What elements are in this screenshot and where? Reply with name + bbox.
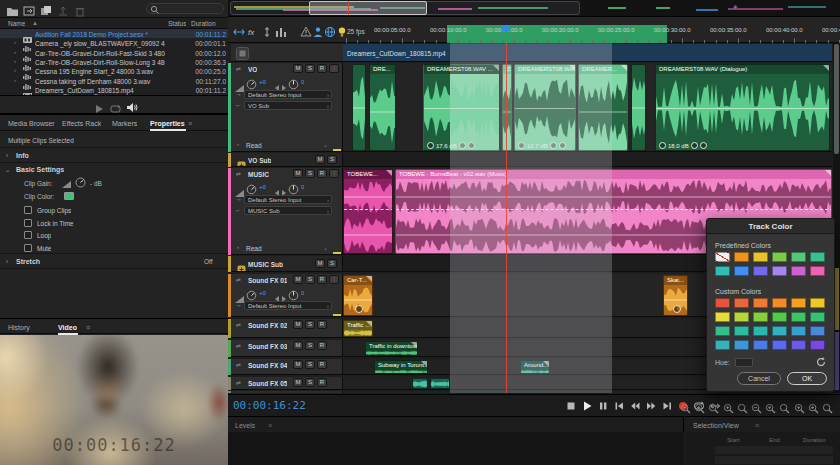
fade-handle-icon[interactable] — [366, 276, 372, 282]
track-r-button[interactable]: R — [317, 378, 327, 387]
track-header-vo-sub[interactable]: VO SubMS — [231, 153, 343, 167]
move-tool-icon[interactable] — [233, 24, 245, 36]
track-s-button[interactable]: S — [305, 64, 315, 73]
open-file-icon[interactable] — [6, 3, 19, 15]
track-m-button[interactable]: M — [293, 341, 303, 350]
audio-clip[interactable] — [631, 64, 646, 151]
zoom-in-amplitude-button[interactable] — [765, 400, 776, 411]
tab-effects-rack[interactable]: Effects Rack — [62, 119, 101, 128]
globe-icon[interactable] — [324, 24, 336, 36]
automation-expander-icon[interactable]: › — [237, 141, 239, 147]
track-m-button[interactable]: M — [315, 155, 325, 164]
color-swatch[interactable] — [772, 340, 787, 350]
audio-clip[interactable]: Subway in Toront... — [374, 360, 428, 374]
color-swatch[interactable] — [772, 298, 787, 308]
reset-icon[interactable] — [815, 356, 827, 368]
zoom-out-time-button[interactable] — [708, 400, 719, 411]
color-swatch[interactable] — [791, 298, 806, 308]
file-row[interactable]: ›Camera _ely slow_BLASTWAVEFX_09092 4800… — [0, 38, 228, 47]
track-r-button[interactable]: R — [317, 169, 327, 178]
audio-clip[interactable]: TOBEWE... — [343, 169, 393, 254]
track-r-button[interactable]: R — [317, 320, 327, 329]
color-swatch[interactable] — [734, 326, 749, 336]
file-row[interactable]: ›Car-Tire-OB-Gravel-Dirt-Roll-Slow-Long … — [0, 57, 228, 66]
column-status[interactable]: Status — [168, 19, 186, 28]
track-r-button[interactable]: R — [317, 275, 327, 284]
panel-menu-icon[interactable]: ≡ — [188, 119, 192, 128]
track-s-button[interactable]: S — [305, 169, 315, 178]
track-m-button[interactable]: M — [293, 378, 303, 387]
audio-clip[interactable] — [352, 64, 366, 151]
checkbox-lock-in-time[interactable] — [24, 219, 32, 227]
razor-tool-icon[interactable] — [261, 24, 273, 36]
fast-forward-button[interactable] — [644, 399, 658, 413]
input-routing-select[interactable]: Default Stereo Input› — [244, 90, 332, 99]
file-row[interactable]: ›Cessna 195 Engine Start_2 48000 3.wav00… — [0, 66, 228, 75]
volume-knob-icon[interactable] — [659, 142, 666, 149]
share-icon[interactable] — [57, 3, 70, 15]
transport-timecode[interactable]: 00:00:16:22 — [233, 399, 306, 412]
track-m-button[interactable]: M — [293, 320, 303, 329]
track-s-button[interactable]: S — [327, 155, 337, 164]
pan-knob[interactable] — [288, 181, 299, 192]
track-input-monitor-button[interactable]: I — [329, 275, 339, 284]
audio-clip[interactable]: Car-T... — [343, 275, 373, 316]
expander-icon[interactable]: › — [14, 57, 16, 66]
color-swatch[interactable] — [734, 252, 749, 262]
color-swatch[interactable] — [772, 252, 787, 262]
volume-knob[interactable] — [246, 287, 257, 298]
color-swatch[interactable] — [715, 298, 730, 308]
track-s-button[interactable]: S — [327, 259, 337, 268]
fade-handle-icon[interactable] — [621, 65, 627, 71]
audio-clip[interactable] — [412, 378, 428, 389]
scrollbar-thumb[interactable] — [834, 44, 839, 154]
track-header-sound-fx-04[interactable]: ⇄Sound FX 04MSR — [231, 359, 343, 375]
color-swatch[interactable] — [753, 326, 768, 336]
audio-clip[interactable]: Traffic ... — [343, 320, 373, 337]
clip-loop-knob-icon[interactable] — [355, 305, 363, 313]
column-name[interactable]: Name — [8, 19, 25, 28]
color-swatch[interactable] — [734, 340, 749, 350]
tab-history[interactable]: History — [8, 323, 30, 332]
track-m-button[interactable]: M — [293, 169, 303, 178]
panel-menu-icon[interactable]: ≡ — [268, 421, 272, 430]
clip-gain-value[interactable]: - dB — [90, 179, 102, 188]
volume-knob[interactable] — [246, 181, 257, 192]
color-swatch[interactable] — [753, 340, 768, 350]
color-swatch[interactable] — [772, 266, 787, 276]
section-stretch[interactable]: Stretch — [16, 257, 40, 266]
track-s-button[interactable]: S — [305, 378, 315, 387]
color-swatch[interactable] — [810, 326, 825, 336]
fade-handle-icon[interactable] — [366, 321, 372, 327]
navigator-view-box[interactable] — [309, 1, 427, 15]
import-media-icon[interactable] — [23, 3, 36, 15]
color-swatch[interactable] — [810, 298, 825, 308]
color-swatch[interactable] — [715, 326, 730, 336]
expander-icon[interactable]: › — [14, 38, 16, 47]
lightbulb-icon[interactable] — [336, 24, 348, 36]
track-s-button[interactable]: S — [305, 320, 315, 329]
audio-clip[interactable] — [430, 378, 450, 389]
track-s-button[interactable]: S — [305, 341, 315, 350]
color-swatch[interactable] — [810, 340, 825, 350]
zoom-nav-button[interactable] — [822, 400, 833, 411]
input-routing-select[interactable]: Default Stereo Input› — [244, 195, 332, 204]
section-info[interactable]: Info — [16, 151, 29, 160]
file-row[interactable]: Audition Fall 2018 Demo Project.sesx *00… — [0, 29, 228, 38]
track-input-monitor-button[interactable]: I — [329, 64, 339, 73]
zoom-out-full-button[interactable] — [680, 400, 691, 411]
track-header-music-sub[interactable]: MUSIC SubMS — [231, 256, 343, 272]
automation-expander-icon[interactable]: › — [237, 244, 239, 250]
stop-button[interactable] — [564, 399, 578, 413]
rewind-button[interactable] — [628, 399, 642, 413]
zoom-out-point-button[interactable] — [808, 400, 819, 411]
clip-gain-knob[interactable] — [75, 177, 86, 188]
fade-handle-icon[interactable] — [411, 342, 417, 348]
panel-menu-icon[interactable]: ≡ — [755, 421, 759, 430]
color-swatch[interactable] — [715, 266, 730, 276]
track-header-sound-fx-01[interactable]: ⇄Sound FX 01MSRI+00→Default Stereo Input… — [231, 274, 343, 317]
track-m-button[interactable]: M — [315, 259, 325, 268]
color-swatch[interactable] — [810, 312, 825, 322]
color-swatch[interactable] — [753, 312, 768, 322]
time-selection-overlay[interactable] — [450, 43, 612, 393]
